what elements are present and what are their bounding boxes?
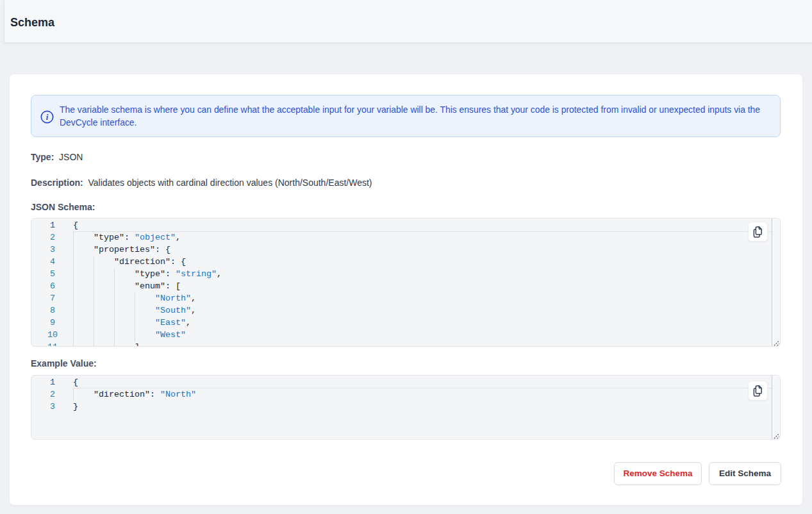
svg-text:i: i [46,112,49,122]
